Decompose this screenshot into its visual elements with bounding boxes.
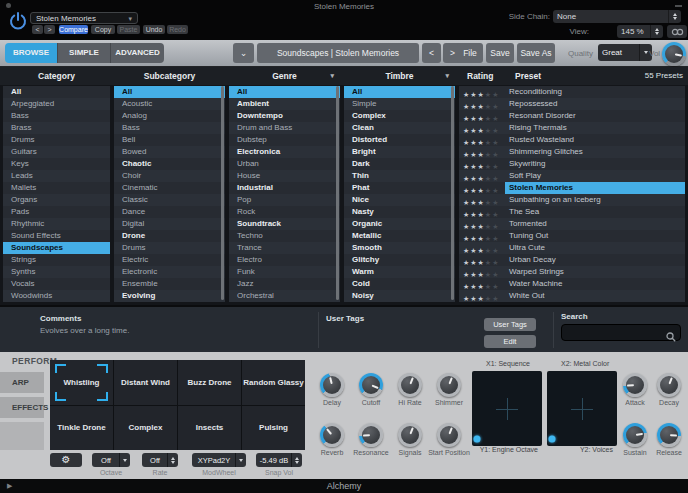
subcategory-item[interactable]: Dance — [114, 206, 225, 218]
subcategory-item[interactable]: Bowed — [114, 146, 225, 158]
genre-item[interactable]: Pop — [229, 194, 340, 206]
chevron-down-icon[interactable]: ▾ — [330, 67, 334, 85]
paste-button[interactable]: Paste — [117, 25, 140, 34]
power-button[interactable] — [8, 11, 28, 31]
tab-effects[interactable]: EFFECTS — [0, 397, 44, 418]
preset-name[interactable]: Skywriting — [505, 158, 685, 170]
control-button[interactable]: ⚙ Off — [92, 453, 130, 467]
volume-knob[interactable] — [662, 42, 686, 66]
prev-preset-nav-button[interactable]: < — [422, 43, 441, 63]
timbre-item[interactable]: Distorted — [344, 134, 455, 146]
category-item[interactable]: Pads — [3, 206, 110, 218]
category-item[interactable]: Soundscapes — [3, 242, 110, 254]
preset-name[interactable]: Shimmering Glitches — [505, 146, 685, 158]
timbre-item[interactable]: Noisy — [344, 290, 455, 302]
genre-item[interactable]: Funk — [229, 266, 340, 278]
subcategory-item[interactable]: Bass — [114, 122, 225, 134]
preset-name[interactable]: Tormented — [505, 218, 685, 230]
category-item[interactable]: Leads — [3, 170, 110, 182]
genre-item[interactable]: All — [229, 86, 340, 98]
search-input[interactable] — [561, 324, 681, 341]
view-zoom-dropdown[interactable]: 145 % — [617, 25, 663, 38]
category-item[interactable]: Keys — [3, 158, 110, 170]
next-preset-button[interactable]: > — [44, 25, 55, 34]
envelope-knob[interactable] — [623, 373, 647, 397]
timbre-item[interactable]: Cold — [344, 278, 455, 290]
timbre-item[interactable]: Smooth — [344, 242, 455, 254]
genre-item[interactable]: Trance — [229, 242, 340, 254]
category-item[interactable]: Brass — [3, 122, 110, 134]
category-item[interactable]: Drums — [3, 134, 110, 146]
timbre-item[interactable]: Metallic — [344, 230, 455, 242]
subcategory-scrollbar[interactable] — [221, 86, 224, 300]
preset-row[interactable]: ★★★★★ White Out — [459, 290, 685, 302]
edit-tags-button[interactable]: Edit — [484, 335, 536, 348]
genre-item[interactable]: Industrial — [229, 182, 340, 194]
preset-name[interactable]: Sunbathing on an Iceberg — [505, 194, 685, 206]
macro-knob[interactable] — [437, 373, 461, 397]
genre-item[interactable]: Techno — [229, 230, 340, 242]
xy-dot[interactable] — [473, 436, 480, 443]
timbre-item[interactable]: Thin — [344, 170, 455, 182]
preset-path-display[interactable]: Soundscapes | Stolen Memories — [257, 43, 419, 63]
snapshot-pad[interactable]: Random Glassy — [242, 360, 305, 405]
subcategory-item[interactable]: Ensemble — [114, 278, 225, 290]
subcategory-item[interactable]: Choir — [114, 170, 225, 182]
timbre-item[interactable]: Organic — [344, 218, 455, 230]
macro-knob[interactable] — [437, 423, 461, 447]
snapshot-pad[interactable]: Complex — [114, 406, 177, 451]
subcategory-item[interactable]: Evolving — [114, 290, 225, 302]
category-item[interactable]: All — [3, 86, 110, 98]
category-item[interactable]: Guitars — [3, 146, 110, 158]
genre-item[interactable]: Soundtrack — [229, 218, 340, 230]
preset-name[interactable]: Tuning Out — [505, 230, 685, 242]
preset-name[interactable]: Resonant Disorder — [505, 110, 685, 122]
preset-name[interactable]: Ultra Cute — [505, 242, 685, 254]
category-item[interactable]: Strings — [3, 254, 110, 266]
category-item[interactable]: Mallets — [3, 182, 110, 194]
genre-item[interactable]: Dubstep — [229, 134, 340, 146]
genre-item[interactable]: Electro — [229, 254, 340, 266]
chevron-down-icon[interactable]: ▾ — [445, 67, 449, 85]
compare-button[interactable]: Compare — [59, 25, 88, 34]
snapshot-pad[interactable]: Buzz Drone — [178, 360, 241, 405]
timbre-item[interactable]: All — [344, 86, 455, 98]
genre-item[interactable]: Jazz — [229, 278, 340, 290]
timbre-item[interactable]: Phat — [344, 182, 455, 194]
genre-item[interactable]: Downtempo — [229, 110, 340, 122]
subcategory-item[interactable]: Digital — [114, 218, 225, 230]
copy-button[interactable]: Copy — [91, 25, 115, 34]
control-button[interactable]: ⚙ — [50, 453, 82, 467]
genre-scrollbar[interactable] — [336, 86, 339, 300]
timbre-item[interactable]: Nice — [344, 194, 455, 206]
save-button[interactable]: Save — [486, 43, 514, 63]
envelope-knob[interactable] — [623, 423, 647, 447]
preset-name[interactable]: Reconditioning — [505, 86, 685, 98]
genre-item[interactable]: Rock — [229, 206, 340, 218]
subcategory-item[interactable]: Acoustic — [114, 98, 225, 110]
subcategory-item[interactable]: Bell — [114, 134, 225, 146]
subcategory-item[interactable]: All — [114, 86, 225, 98]
genre-item[interactable]: Orchestral — [229, 290, 340, 302]
user-tags-button[interactable]: User Tags — [484, 318, 536, 331]
subcategory-item[interactable]: Electronic — [114, 266, 225, 278]
preset-name[interactable]: The Sea — [505, 206, 685, 218]
category-item[interactable]: Rhythmic — [3, 218, 110, 230]
subcategory-item[interactable]: Drums — [114, 242, 225, 254]
xy-pad[interactable] — [472, 371, 542, 446]
file-button[interactable]: File — [457, 43, 483, 63]
xy-dot[interactable] — [548, 436, 555, 443]
subcategory-item[interactable]: Analog — [114, 110, 225, 122]
timbre-item[interactable]: Complex — [344, 110, 455, 122]
preset-browser-chevron-button[interactable]: ⌄ — [233, 43, 254, 63]
preset-name-dropdown[interactable]: Stolen Memories ▾ — [30, 12, 138, 24]
redo-button[interactable]: Redo — [167, 25, 188, 34]
category-item[interactable]: Sound Effects — [3, 230, 110, 242]
snapshot-pad[interactable]: Pulsing — [242, 406, 305, 451]
genre-item[interactable]: House — [229, 170, 340, 182]
preset-name[interactable]: Warped Strings — [505, 266, 685, 278]
prev-preset-button[interactable]: < — [32, 25, 43, 34]
category-item[interactable]: Woodwinds — [3, 290, 110, 302]
quality-dropdown[interactable]: Great — [598, 44, 652, 61]
preset-name[interactable]: Rusted Wasteland — [505, 134, 685, 146]
